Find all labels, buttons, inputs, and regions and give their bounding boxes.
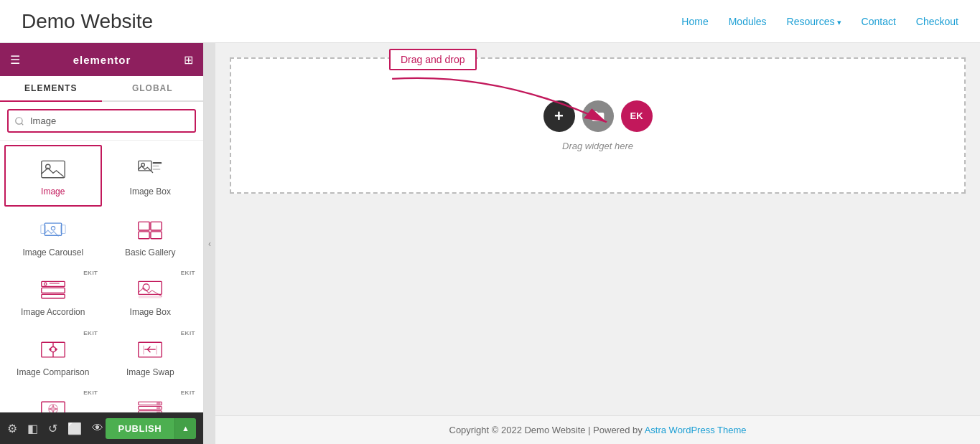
widgets-grid: Image Image Box bbox=[0, 141, 203, 412]
image-swap-widget-icon bbox=[134, 337, 167, 363]
widget-image-box-label: Image Box bbox=[130, 186, 171, 198]
search-box bbox=[0, 102, 203, 141]
svg-rect-22 bbox=[139, 296, 162, 298]
svg-point-21 bbox=[143, 284, 149, 291]
search-input[interactable] bbox=[7, 109, 196, 133]
svg-rect-4 bbox=[153, 162, 162, 164]
widget-image-box-ekit-label: Image Box bbox=[130, 307, 171, 318]
svg-rect-13 bbox=[139, 231, 149, 238]
settings-icon[interactable]: ⚙ bbox=[7, 422, 17, 435]
ekit-badge-hover: EKIT bbox=[83, 389, 98, 396]
drag-drop-tooltip: Drag and drop bbox=[389, 49, 477, 70]
hamburger-icon[interactable]: ☰ bbox=[10, 53, 20, 67]
footer-text: Copyright © 2022 Demo Website | Powered … bbox=[449, 425, 645, 435]
ekit-badge-price-menu: EKIT bbox=[181, 389, 195, 396]
ekit-badge-accordion: EKIT bbox=[83, 270, 98, 276]
tab-elements[interactable]: ELEMENTS bbox=[0, 76, 102, 102]
responsive-icon[interactable]: ⬜ bbox=[67, 422, 82, 435]
price-menu-widget-icon bbox=[134, 397, 167, 412]
layers-icon[interactable]: ◧ bbox=[27, 422, 38, 435]
basic-gallery-widget-icon bbox=[134, 217, 167, 243]
publish-dropdown-arrow[interactable]: ▲ bbox=[174, 418, 196, 439]
svg-point-10 bbox=[51, 226, 55, 230]
main-layout: ☰ elementor ⊞ ELEMENTS GLOBAL bbox=[0, 43, 980, 444]
image-accordion-widget-icon bbox=[37, 277, 70, 303]
nav-home[interactable]: Home bbox=[681, 16, 708, 27]
nav-contact[interactable]: Contact bbox=[862, 16, 896, 27]
widget-image-box-ekit[interactable]: EKIT Image Box bbox=[102, 266, 200, 326]
widget-image[interactable]: Image bbox=[4, 145, 102, 207]
ekit-badge-swap: EKIT bbox=[181, 330, 195, 336]
widget-basic-gallery[interactable]: Basic Gallery bbox=[102, 207, 200, 267]
svg-rect-7 bbox=[45, 223, 61, 235]
svg-rect-35 bbox=[157, 412, 160, 412]
image-hover-widget-icon bbox=[37, 397, 70, 412]
widget-image-accordion[interactable]: EKIT Image Accordion bbox=[4, 266, 102, 326]
sidebar: ☰ elementor ⊞ ELEMENTS GLOBAL bbox=[0, 43, 204, 444]
widget-image-box[interactable]: Image Box bbox=[102, 145, 200, 207]
grid-icon[interactable]: ⊞ bbox=[184, 53, 193, 67]
svg-rect-33 bbox=[157, 402, 160, 405]
image-widget-icon bbox=[37, 156, 70, 182]
image-box-ekit-widget-icon bbox=[134, 277, 167, 303]
sidebar-collapse-handle[interactable]: ‹ bbox=[204, 43, 215, 444]
template-button[interactable] bbox=[582, 100, 614, 132]
svg-rect-12 bbox=[151, 222, 162, 230]
canvas-content: Drag and drop + EK Drag widget here bbox=[215, 43, 980, 415]
site-header: Demo Website Home Modules Resources Cont… bbox=[0, 0, 980, 43]
widget-image-carousel-label: Image Carousel bbox=[22, 247, 83, 259]
svg-point-16 bbox=[44, 283, 47, 285]
widget-price-menu[interactable]: EKIT Price Menu bbox=[102, 386, 200, 412]
widget-image-comparison-label: Image Comparison bbox=[17, 367, 89, 379]
widget-image-swap[interactable]: EKIT Image Swap bbox=[102, 326, 200, 387]
drag-drop-tooltip-text: Drag and drop bbox=[401, 54, 465, 65]
drop-label: Drag widget here bbox=[562, 141, 633, 151]
widget-image-hover-effect[interactable]: EKIT Image Hover Effect bbox=[4, 386, 102, 412]
nav-resources[interactable]: Resources bbox=[787, 16, 841, 27]
svg-rect-11 bbox=[139, 222, 149, 230]
sidebar-header: ☰ elementor ⊞ bbox=[0, 43, 203, 76]
svg-rect-14 bbox=[151, 231, 162, 238]
footer-link[interactable]: Astra WordPress Theme bbox=[645, 425, 747, 435]
site-footer: Copyright © 2022 Demo Website | Powered … bbox=[215, 415, 980, 444]
svg-rect-5 bbox=[153, 166, 159, 167]
publish-button-group: PUBLISH ▲ bbox=[106, 418, 196, 439]
add-section-button[interactable]: + bbox=[543, 100, 575, 132]
svg-rect-17 bbox=[49, 283, 59, 284]
nav-modules[interactable]: Modules bbox=[729, 16, 767, 27]
ekit-badge-comparison: EKIT bbox=[83, 330, 98, 336]
widget-image-carousel[interactable]: Image Carousel bbox=[4, 207, 102, 267]
sidebar-tabs: ELEMENTS GLOBAL bbox=[0, 76, 203, 102]
drop-zone: Drag and drop + EK Drag widget here bbox=[230, 57, 966, 194]
toolbar-left: ⚙ ◧ ↺ ⬜ 👁 bbox=[7, 422, 103, 435]
site-nav: Home Modules Resources Contact Checkout bbox=[681, 16, 958, 27]
widget-image-accordion-label: Image Accordion bbox=[21, 307, 85, 318]
image-comparison-widget-icon bbox=[37, 337, 70, 363]
bottom-toolbar: ⚙ ◧ ↺ ⬜ 👁 PUBLISH ▲ bbox=[0, 412, 203, 444]
site-title: Demo Website bbox=[22, 10, 681, 33]
ek-button[interactable]: EK bbox=[621, 100, 653, 132]
widget-image-swap-label: Image Swap bbox=[126, 367, 174, 379]
tab-global[interactable]: GLOBAL bbox=[102, 76, 204, 100]
eye-icon[interactable]: 👁 bbox=[92, 422, 103, 435]
history-icon[interactable]: ↺ bbox=[48, 422, 57, 435]
svg-rect-19 bbox=[42, 294, 65, 298]
image-carousel-widget-icon bbox=[37, 217, 70, 243]
svg-rect-18 bbox=[42, 288, 65, 293]
widget-image-comparison[interactable]: EKIT Image Comparison bbox=[4, 326, 102, 387]
publish-button[interactable]: PUBLISH bbox=[106, 418, 175, 439]
svg-rect-34 bbox=[157, 407, 160, 410]
nav-checkout[interactable]: Checkout bbox=[916, 16, 958, 27]
image-box-widget-icon bbox=[134, 156, 167, 182]
widget-image-label: Image bbox=[41, 186, 65, 198]
sidebar-brand-title: elementor bbox=[20, 54, 184, 66]
ekit-badge-image-box: EKIT bbox=[181, 270, 195, 276]
svg-rect-6 bbox=[153, 169, 161, 170]
canvas-area: Drag and drop + EK Drag widget here bbox=[215, 43, 980, 444]
drop-zone-buttons: + EK bbox=[543, 100, 653, 132]
widget-basic-gallery-label: Basic Gallery bbox=[125, 247, 176, 259]
